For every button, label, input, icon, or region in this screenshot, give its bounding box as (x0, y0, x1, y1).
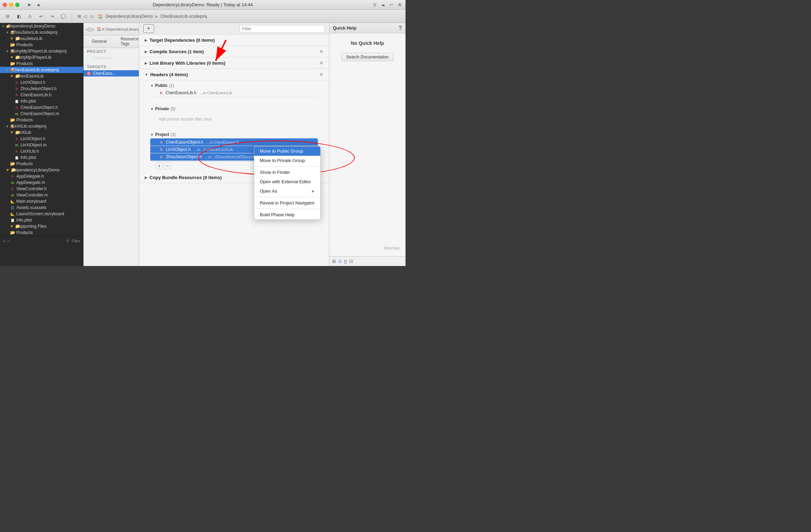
sidebar-item-zhou-products[interactable]: 📂 Products (0, 42, 83, 48)
private-group-header[interactable]: ▼ Private (0) (150, 105, 318, 113)
sidebar-item-chen-lib[interactable]: ▼ 📁 ChenEasonLib (0, 73, 83, 79)
help-icon[interactable]: ? (399, 25, 402, 31)
sidebar-item-app-delegate-m[interactable]: m AppDelegate.m (0, 179, 83, 186)
sidebar-item-view-controller-m[interactable]: m ViewController.m (0, 192, 83, 198)
link-binary-close-icon[interactable]: ✕ (319, 60, 323, 66)
ctx-item-build-phase-help[interactable]: Build Phase Help (254, 210, 320, 219)
sidebar-item-info-plist-3[interactable]: 📋 Info.plist (0, 217, 83, 223)
braces-icon[interactable]: {} (344, 259, 347, 264)
sidebar-item-chen-eason-lib-h[interactable]: h ChenEasonLib.h (0, 92, 83, 98)
sidebar-item-dep-lib-demo-group[interactable]: ▼ 📁 DependencyLibraryDemo (0, 167, 83, 173)
headers-header[interactable]: ▼ Headers (4 items) ✕ (139, 69, 329, 80)
target-deps-header[interactable]: ▶ Target Dependencies (0 items) (139, 35, 329, 46)
sidebar-item-main-storyboard[interactable]: 📐 Main.storyboard (0, 198, 83, 204)
sidebar-item-dep-lib-demo[interactable]: ▼ 📁 DependencyLibraryDemo (0, 23, 83, 29)
toolbar: ⊟ ◧ ⚠ ↩ ↪ 💬 ⊞ ◁ ▷ 🏠 DependencyLibraryDem… (0, 10, 406, 23)
sidebar-item-lin-xi-lib[interactable]: ▼ 📁 LinXiLib (0, 129, 83, 136)
sidebar-item-sony-lib[interactable]: ▼ 📁 SonyMp3PlayerLib (0, 54, 83, 61)
run-icon[interactable]: ▶ (26, 2, 33, 8)
ctx-item-move-public[interactable]: Move to Public Group (254, 146, 320, 156)
window-title: DependencyLibraryDemo: Ready | Today at … (153, 2, 253, 7)
sidebar-item-sony-products[interactable]: 📂 Products (0, 61, 83, 67)
sidebar-item-lin-products[interactable]: 📂 Products (0, 161, 83, 167)
headers-close-icon[interactable]: ✕ (319, 72, 323, 77)
undo-btn[interactable]: ↩ (37, 12, 45, 21)
grid-icon[interactable]: ⊞ (332, 259, 336, 264)
stop-icon[interactable]: ■ (35, 2, 42, 8)
sidebar-item-chen-products[interactable]: 📂 Products (0, 117, 83, 123)
sidebar-item-sony-xcodeproj[interactable]: ▼ 📦 SonyMp3PlayerLib.xcodeproj (0, 48, 83, 54)
nav-back-btn[interactable]: ◧ (15, 12, 23, 21)
redo-btn[interactable]: ↪ (48, 12, 56, 21)
editor-toggle-icon[interactable]: ⊞ (396, 2, 403, 8)
nav-toggle-btn[interactable]: ⊟ (3, 12, 12, 21)
link-binary-title: Link Binary With Libraries (0 items) (150, 61, 319, 66)
content-nav-left[interactable]: ◁ (86, 26, 89, 33)
ctx-item-open-external[interactable]: Open with External Editor (254, 177, 320, 186)
compile-sources-header[interactable]: ▶ Compile Sources (1 item) ✕ (139, 46, 329, 57)
sidebar-add-btn[interactable]: + (3, 238, 6, 244)
project-group-header[interactable]: ▼ Project (3) (150, 131, 318, 138)
layout-icon[interactable]: ⊡ (349, 259, 353, 264)
tab-general[interactable]: General (86, 37, 112, 47)
project-section-label: PROJECT (83, 48, 139, 55)
content-nav-right[interactable]: ▷ (91, 26, 95, 33)
chen-eason-object-m-icon: m (14, 112, 19, 116)
close-button[interactable] (3, 3, 7, 7)
private-group-toggle-icon: ▼ (150, 107, 154, 111)
link-binary-header[interactable]: ▶ Link Binary With Libraries (0 items) ✕ (139, 57, 329, 69)
minimize-button[interactable] (9, 3, 13, 7)
back-icon[interactable]: ↩ (388, 2, 394, 8)
cloud-icon[interactable]: ☁ (380, 2, 386, 8)
sidebar-remove-btn[interactable]: − (7, 238, 10, 244)
public-group: ▼ Public (1) h ChenEasonLib.h ...in Chen… (150, 82, 318, 104)
ctx-item-reveal-navigator[interactable]: Reveal in Project Navigator (254, 198, 320, 208)
sidebar-item-zhou-xcodeproj[interactable]: ▼ 📦 ZhouJielunLib.xcodeproj (0, 29, 83, 35)
ctx-item-open-as[interactable]: Open As ▶ (254, 186, 320, 196)
add-phase-btn[interactable]: + (143, 24, 154, 33)
filter-input[interactable] (240, 25, 325, 33)
sidebar-item-lin-xi-lib-h[interactable]: h LinXiLib.h (0, 148, 83, 154)
sidebar-item-launch-screen[interactable]: 📐 LaunchScreen.storyboard (0, 211, 83, 217)
sidebar-item-lin-xi-object-m[interactable]: m LinXiObject.m (0, 142, 83, 148)
tab-resource-tags[interactable]: Resource Tags (115, 35, 139, 48)
sidebar-item-zhou-jielun-object-h[interactable]: h ZhouJielunObject.h (0, 86, 83, 92)
lin-xcodeproj-icon: ▼ 📦 (6, 124, 11, 128)
sidebar-item-lin-xi-object-h2[interactable]: h LinXiObject.h (0, 136, 83, 142)
sidebar-item-chen-eason-object-m[interactable]: m ChenEasonObject.m (0, 111, 83, 117)
ctx-item-move-private[interactable]: Move to Private Group (254, 156, 320, 165)
maximize-button[interactable] (15, 3, 19, 7)
sidebar-item-chen-xcodeproj[interactable]: ▼ 📦 ChenEasonLib.xcodeproj (0, 67, 83, 73)
sidebar-item-lin-xi-object-h[interactable]: h LinXiObject.h (0, 79, 83, 86)
public-group-header[interactable]: ▼ Public (1) (150, 82, 318, 89)
target-deps-title: Target Dependencies (0 items) (150, 38, 323, 43)
lin-products-label: Products (16, 161, 33, 166)
add-file-btn[interactable]: + (156, 162, 163, 169)
compile-sources-close-icon[interactable]: ✕ (319, 49, 323, 54)
breadcrumb-part1[interactable]: DependencyLibraryDemo (105, 14, 153, 19)
sidebar-item-app-delegate-h[interactable]: h AppDelegate.h (0, 173, 83, 179)
sidebar-item-info-plist-2[interactable]: 📋 Info.plist (0, 154, 83, 161)
breadcrumb-arrow1: ▶ (155, 14, 158, 19)
remove-file-btn[interactable]: − (164, 162, 171, 169)
sidebar-item-assets-xcassets[interactable]: 🖼 Assets.xcassets (0, 204, 83, 211)
comment-btn[interactable]: 💬 (59, 12, 67, 21)
sidebar-item-info-plist-1[interactable]: 📋 Info.plist (0, 98, 83, 104)
circle-icon[interactable]: ⊙ (338, 259, 342, 264)
sidebar-item-view-controller-h[interactable]: h ViewController.h (0, 186, 83, 192)
breadcrumb-part2[interactable]: ChenEasonLib.xcodeproj (160, 14, 207, 19)
project-file-0[interactable]: h ChenEasonObject.h ...in ChenEasonLib (151, 139, 318, 146)
warning-btn[interactable]: ⚠ (26, 12, 34, 21)
ctx-item-show-finder[interactable]: Show in Finder (254, 168, 320, 177)
project-item-chen[interactable]: 📄 ChenEaso... (83, 55, 139, 61)
target-item-chen[interactable]: 🎯 ChenEaso... (83, 70, 139, 76)
search-doc-btn[interactable]: Search Documentation (342, 53, 393, 61)
sidebar-toggle-icon[interactable]: ⊡ (371, 2, 378, 8)
sidebar-item-chen-eason-object-h[interactable]: h ChenEasonObject.h (0, 104, 83, 111)
sidebar-item-lin-xcodeproj[interactable]: ▼ 📦 LinXiLib.xcodeproj (0, 123, 83, 129)
sony-products-icon: 📂 (10, 61, 15, 66)
sidebar-item-zhou-lib[interactable]: ▼ 📁 ZhouJielunLib (0, 35, 83, 42)
sidebar-item-supporting-files[interactable]: ▼ 📁 Supporting Files (0, 223, 83, 229)
sidebar-item-dep-products[interactable]: 📂 Products (0, 229, 83, 236)
project-targets-panel: ◁ ▷ 🏠 ▶ DependencyLibraryDemo ▶ ChenEaso… (83, 23, 139, 266)
